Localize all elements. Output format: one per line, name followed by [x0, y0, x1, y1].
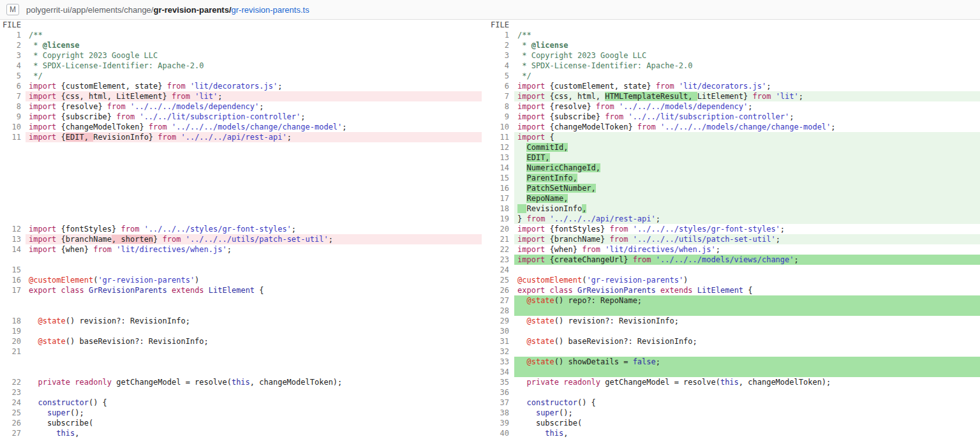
line-number-right[interactable]: 40	[482, 428, 514, 438]
code-line-left: * @license	[26, 40, 482, 50]
line-number-left[interactable]: 19	[0, 326, 26, 336]
code-line-left: @state() baseRevision?: RevisionInfo;	[26, 336, 482, 346]
line-number-right[interactable]: 29	[482, 316, 514, 326]
line-number-right[interactable]: 3	[482, 50, 514, 61]
line-number-left[interactable]: 5	[0, 71, 26, 81]
line-number-left	[0, 173, 26, 183]
line-number-left[interactable]: 3	[0, 50, 26, 61]
line-number-right[interactable]: 38	[482, 408, 514, 418]
line-number-right[interactable]: 21	[482, 234, 514, 244]
code-line-left	[26, 295, 482, 306]
line-number-left[interactable]: 18	[0, 316, 26, 326]
code-line-right: @state() showDetails = false;	[514, 357, 980, 367]
line-number-right[interactable]: 17	[482, 193, 514, 204]
line-number-left[interactable]: 6	[0, 81, 26, 91]
code-line-left: import {customElement, state} from 'lit/…	[26, 81, 482, 91]
line-number-left[interactable]: 27	[0, 428, 26, 438]
diff-row: 16 PatchSetNumber,	[0, 183, 980, 193]
line-number-left[interactable]: 24	[0, 398, 26, 408]
line-number-right[interactable]: 13	[482, 153, 514, 163]
line-number-right[interactable]: 15	[482, 173, 514, 183]
line-number-left[interactable]: 8	[0, 101, 26, 112]
line-number-right[interactable]: 22	[482, 244, 514, 255]
line-number-right[interactable]: 1	[482, 30, 514, 40]
line-number-right[interactable]: 10	[482, 122, 514, 132]
code-line-right: subscribe(	[514, 418, 980, 428]
line-number-left[interactable]: 21	[0, 346, 26, 357]
diff-row: 28	[0, 306, 980, 316]
line-number-right[interactable]: 14	[482, 163, 514, 173]
line-number-right[interactable]: 27	[482, 295, 514, 306]
code-line-right: * Copyright 2023 Google LLC	[514, 50, 980, 61]
line-number-right[interactable]: 9	[482, 112, 514, 122]
code-line-right: } from '../../../api/rest-api';	[514, 214, 980, 224]
line-number-right[interactable]: 36	[482, 387, 514, 398]
diff-row: 2336	[0, 387, 980, 398]
diff-row: 27 @state() repo?: RepoName;	[0, 295, 980, 306]
file-chunk-label-right[interactable]: FILE	[482, 20, 514, 30]
code-line-left: import {changeModelToken} from '../../..…	[26, 122, 482, 132]
line-number-left[interactable]: 23	[0, 387, 26, 398]
line-number-left[interactable]: 11	[0, 132, 26, 142]
line-number-right[interactable]: 28	[482, 306, 514, 316]
line-number-left	[0, 306, 26, 316]
line-number-right[interactable]: 20	[482, 224, 514, 234]
line-number-right[interactable]: 32	[482, 346, 514, 357]
line-number-right[interactable]: 18	[482, 204, 514, 214]
line-number-right[interactable]: 7	[482, 91, 514, 101]
code-line-right	[514, 387, 980, 398]
line-number-right[interactable]: 26	[482, 285, 514, 295]
code-line-right: import {	[514, 132, 980, 142]
line-number-left[interactable]: 1	[0, 30, 26, 40]
line-number-left[interactable]: 16	[0, 275, 26, 285]
line-number-right[interactable]: 25	[482, 275, 514, 285]
line-number-right[interactable]: 19	[482, 214, 514, 224]
code-line-left	[26, 153, 482, 163]
line-number-right[interactable]: 24	[482, 265, 514, 275]
code-line-right: export class GrRevisionParents extends L…	[514, 285, 980, 295]
line-number-right[interactable]: 2	[482, 40, 514, 50]
line-number-right[interactable]: 35	[482, 377, 514, 387]
line-number-right[interactable]: 12	[482, 142, 514, 153]
line-number-left[interactable]: 25	[0, 408, 26, 418]
line-number-left[interactable]: 7	[0, 91, 26, 101]
file-path-link[interactable]: gr-revision-parents.ts	[232, 5, 309, 15]
line-number-left[interactable]: 20	[0, 336, 26, 346]
file-chunk-label-left[interactable]: FILE	[0, 20, 26, 30]
line-number-right[interactable]: 8	[482, 101, 514, 112]
line-number-left[interactable]: 15	[0, 265, 26, 275]
line-number-left[interactable]: 9	[0, 112, 26, 122]
code-line-right	[514, 306, 980, 316]
code-line-right: @state() baseRevision?: RevisionInfo;	[514, 336, 980, 346]
line-number-left[interactable]: 10	[0, 122, 26, 132]
line-number-left[interactable]: 14	[0, 244, 26, 255]
line-number-right[interactable]: 30	[482, 326, 514, 336]
code-line-left: export class GrRevisionParents extends L…	[26, 285, 482, 295]
line-number-right[interactable]: 23	[482, 255, 514, 265]
line-number-right[interactable]: 37	[482, 398, 514, 408]
line-number-right[interactable]: 31	[482, 336, 514, 346]
line-number-left[interactable]: 4	[0, 61, 26, 71]
line-number-left[interactable]: 12	[0, 224, 26, 234]
diff-row: 13import {branchName, shorten} from '../…	[0, 234, 980, 244]
line-number-right[interactable]: 33	[482, 357, 514, 367]
code-line-left	[26, 346, 482, 357]
diff-view: M polygerrit-ui/app/elements/change/gr-r…	[0, 0, 980, 438]
line-number-left[interactable]: 13	[0, 234, 26, 244]
line-number-right[interactable]: 5	[482, 71, 514, 81]
line-number-left[interactable]: 17	[0, 285, 26, 295]
code-line-left: constructor() {	[26, 398, 482, 408]
diff-row: 23import {createChangeUrl} from '../../.…	[0, 255, 980, 265]
line-number-left[interactable]: 2	[0, 40, 26, 50]
code-line-right: * SPDX-License-Identifier: Apache-2.0	[514, 61, 980, 71]
line-number-left[interactable]: 22	[0, 377, 26, 387]
line-number-right[interactable]: 4	[482, 61, 514, 71]
line-number-right[interactable]: 11	[482, 132, 514, 142]
line-number-right[interactable]: 34	[482, 367, 514, 377]
code-line-left: this,	[26, 428, 482, 438]
code-line-left: import {subscribe} from '../../lit/subsc…	[26, 112, 482, 122]
line-number-left[interactable]: 26	[0, 418, 26, 428]
line-number-right[interactable]: 39	[482, 418, 514, 428]
line-number-right[interactable]: 6	[482, 81, 514, 91]
line-number-right[interactable]: 16	[482, 183, 514, 193]
